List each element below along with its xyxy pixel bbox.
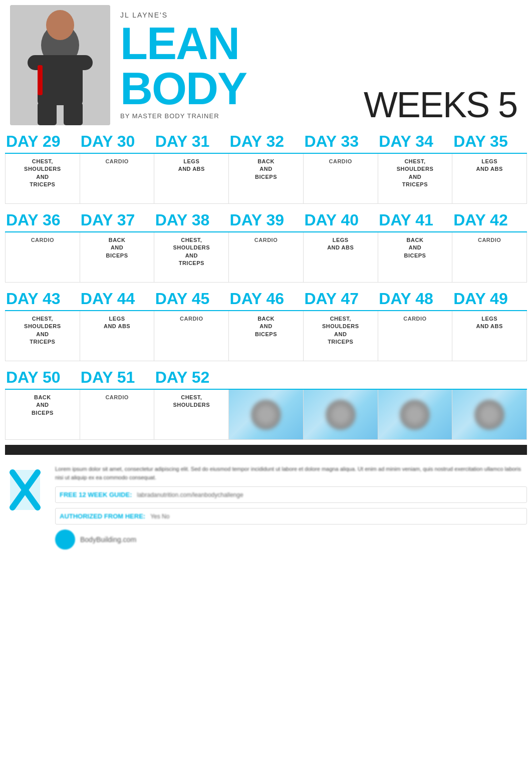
week-row-3: DAY 43DAY 44DAY 45DAY 46DAY 47DAY 48DAY … — [5, 288, 527, 361]
footer-link-row-2: AUTHORIZED FROM HERE: Yes No — [55, 508, 527, 525]
day-cell-day51: CARDIO — [80, 390, 155, 440]
day-header-day52: DAY 52 — [154, 366, 229, 389]
week-row-4: DAY 50DAY 51DAY 52BACK AND BICEPSCARDIOC… — [5, 366, 527, 440]
day-cell-day45: CARDIO — [154, 311, 229, 361]
schedule-section: DAY 29DAY 30DAY 31DAY 32DAY 33DAY 34DAY … — [0, 130, 532, 440]
week-header-3: DAY 43DAY 44DAY 45DAY 46DAY 47DAY 48DAY … — [5, 288, 527, 311]
day-header-day47: DAY 47 — [303, 288, 378, 310]
day-cell-day56 — [452, 390, 527, 440]
day-cell-day34: CHEST, SHOULDERS AND TRICEPS — [378, 154, 453, 204]
logo-subtitle: JL LAYNE'S — [120, 11, 364, 19]
footer-link1-url: labradanutrition.com/leanbodychallenge — [137, 491, 243, 498]
workout-day43: CHEST, SHOULDERS AND TRICEPS — [24, 315, 61, 346]
trainer-image — [10, 5, 110, 125]
day-cell-day53 — [229, 390, 304, 440]
logo-block: JL LAYNE'S LEAN BODY BY MASTER BODY TRAI… — [110, 11, 364, 120]
workout-day35: LEGS AND ABS — [476, 158, 503, 173]
days-grid-1: CHEST, SHOULDERS AND TRICEPSCARDIOLEGS A… — [5, 154, 527, 204]
workout-day47: CHEST, SHOULDERS AND TRICEPS — [322, 315, 359, 346]
day-cell-day54 — [304, 390, 378, 440]
workout-day48: CARDIO — [403, 315, 426, 323]
workout-day32: BACK AND BICEPS — [255, 158, 277, 181]
footer-links: FREE 12 WEEK GUIDE: labradanutrition.com… — [55, 486, 527, 525]
day-header-day32: DAY 32 — [229, 130, 304, 153]
days-grid-2: CARDIOBACK AND BICEPSCHEST, SHOULDERS AN… — [5, 232, 527, 283]
day-cell-day52: CHEST, SHOULDERS — [154, 390, 229, 440]
footer-brand-row: BodyBuilding.com — [55, 530, 527, 550]
day-header-day53 — [229, 366, 304, 389]
workout-day40: LEGS AND ABS — [327, 236, 354, 252]
day-header-day54 — [303, 366, 378, 389]
footer-brand-icon — [55, 530, 75, 550]
day-header-day41: DAY 41 — [378, 209, 452, 231]
days-grid-4: BACK AND BICEPSCARDIOCHEST, SHOULDERS — [5, 390, 527, 440]
day-header-day43: DAY 43 — [5, 288, 80, 310]
day-header-day36: DAY 36 — [5, 209, 80, 231]
day-header-day30: DAY 30 — [80, 130, 154, 153]
day-cell-day29: CHEST, SHOULDERS AND TRICEPS — [6, 154, 80, 204]
day-cell-day55 — [378, 390, 453, 440]
workout-day29: CHEST, SHOULDERS AND TRICEPS — [24, 158, 61, 189]
day-header-day40: DAY 40 — [303, 209, 378, 231]
day-header-day37: DAY 37 — [80, 209, 154, 231]
day-header-day34: DAY 34 — [378, 130, 452, 153]
day-cell-day31: LEGS AND ABS — [154, 154, 229, 204]
day-header-day39: DAY 39 — [229, 209, 304, 231]
workout-day44: LEGS AND ABS — [104, 315, 130, 331]
day-cell-day41: BACK AND BICEPS — [378, 232, 453, 283]
svg-rect-5 — [38, 103, 57, 125]
workout-day30: CARDIO — [105, 158, 128, 165]
footer-content: Lorem ipsum dolor sit amet, consectetur … — [0, 455, 532, 560]
week-header-2: DAY 36DAY 37DAY 38DAY 39DAY 40DAY 41DAY … — [5, 209, 527, 232]
day-header-day44: DAY 44 — [80, 288, 154, 310]
day-header-day42: DAY 42 — [452, 209, 527, 231]
day-header-day35: DAY 35 — [452, 130, 527, 153]
footer-text-block: Lorem ipsum dolor sit amet, consectetur … — [55, 465, 527, 550]
day-header-day56 — [452, 366, 527, 389]
day-cell-day48: CARDIO — [378, 311, 453, 361]
day-cell-day33: CARDIO — [304, 154, 378, 204]
day-header-day46: DAY 46 — [229, 288, 304, 310]
week-header-1: DAY 29DAY 30DAY 31DAY 32DAY 33DAY 34DAY … — [5, 130, 527, 154]
workout-day36: CARDIO — [31, 236, 54, 244]
week-row-2: DAY 36DAY 37DAY 38DAY 39DAY 40DAY 41DAY … — [5, 209, 527, 283]
footer-link2-label: AUTHORIZED FROM HERE: — [60, 512, 145, 520]
day-header-day33: DAY 33 — [303, 130, 378, 153]
day-header-day49: DAY 49 — [452, 288, 527, 310]
day-header-day31: DAY 31 — [154, 130, 229, 153]
day-cell-day47: CHEST, SHOULDERS AND TRICEPS — [304, 311, 378, 361]
logo-main: LEAN BODY — [120, 21, 364, 111]
day-header-day50: DAY 50 — [5, 366, 80, 389]
workout-day37: BACK AND BICEPS — [106, 236, 128, 259]
day-cell-day36: CARDIO — [6, 232, 80, 283]
svg-rect-7 — [38, 65, 43, 95]
day-header-day55 — [378, 366, 452, 389]
workout-day39: CARDIO — [254, 236, 278, 244]
workout-day38: CHEST, SHOULDERS AND TRICEPS — [173, 236, 210, 268]
svg-point-2 — [46, 10, 74, 40]
day-cell-day32: BACK AND BICEPS — [229, 154, 304, 204]
day-cell-day49: LEGS AND ABS — [452, 311, 527, 361]
footer-x-logo — [5, 465, 45, 515]
workout-day46: BACK AND BICEPS — [255, 315, 277, 338]
day-cell-day37: BACK AND BICEPS — [80, 232, 155, 283]
day-header-day38: DAY 38 — [154, 209, 229, 231]
footer-link2-url: Yes No — [150, 513, 169, 520]
workout-day49: LEGS AND ABS — [476, 315, 503, 331]
workout-day33: CARDIO — [329, 158, 352, 165]
day-header-day45: DAY 45 — [154, 288, 229, 310]
day-cell-day44: LEGS AND ABS — [80, 311, 155, 361]
day-cell-day35: LEGS AND ABS — [452, 154, 527, 204]
day-cell-day50: BACK AND BICEPS — [6, 390, 80, 440]
svg-rect-4 — [38, 65, 83, 105]
day-cell-day42: CARDIO — [452, 232, 527, 283]
day-header-day29: DAY 29 — [5, 130, 80, 153]
day-header-day48: DAY 48 — [378, 288, 452, 310]
svg-rect-6 — [64, 103, 83, 125]
week-header-4: DAY 50DAY 51DAY 52 — [5, 366, 527, 390]
workout-day45: CARDIO — [180, 315, 203, 323]
workout-day34: CHEST, SHOULDERS AND TRICEPS — [397, 158, 434, 189]
workout-day52: CHEST, SHOULDERS — [173, 394, 210, 409]
footer-link-row-1: FREE 12 WEEK GUIDE: labradanutrition.com… — [55, 486, 527, 503]
week-row-1: DAY 29DAY 30DAY 31DAY 32DAY 33DAY 34DAY … — [5, 130, 527, 204]
